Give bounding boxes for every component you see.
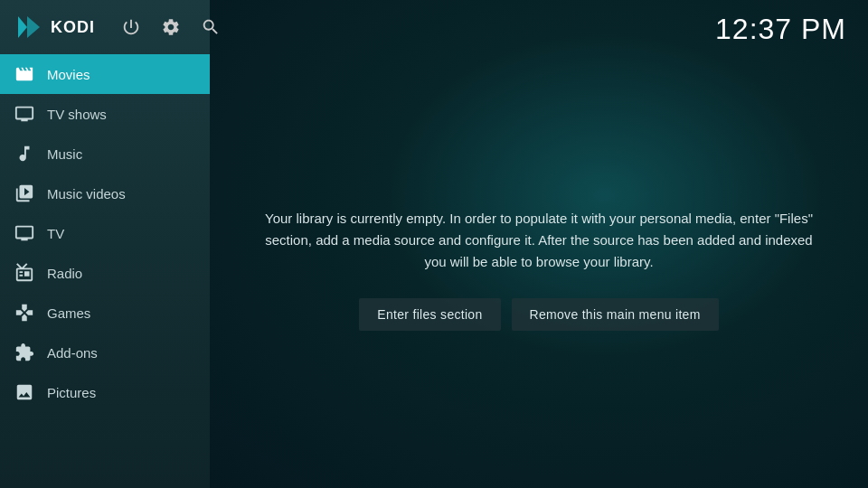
nav-list: Movies TV shows Music M [0,54,210,488]
header-bar: 12:37 PM [210,0,868,51]
sidebar-label-pictures: Pictures [47,385,96,400]
toolbar-icons [120,16,222,38]
clock-display: 12:37 PM [715,13,846,46]
action-buttons: Enter files section Remove this main men… [359,298,718,331]
sidebar: KODI [0,0,210,488]
sidebar-item-tv[interactable]: TV [0,213,210,253]
sidebar-label-tv-shows: TV shows [47,107,107,122]
kodi-logo-icon [14,13,43,42]
power-icon[interactable] [120,16,142,38]
sidebar-label-music-videos: Music videos [47,186,126,202]
search-icon[interactable] [200,16,222,38]
sidebar-item-music-videos[interactable]: Music videos [0,174,210,213]
kodi-logo: KODI [14,13,95,42]
settings-icon[interactable] [160,16,182,38]
svg-marker-1 [27,16,40,38]
sidebar-item-add-ons[interactable]: Add-ons [0,333,210,372]
enter-files-button[interactable]: Enter files section [359,298,500,331]
app-container: KODI [0,0,868,488]
sidebar-label-movies: Movies [47,67,90,82]
sidebar-item-pictures[interactable]: Pictures [0,372,210,412]
movies-icon [14,64,34,84]
music-icon [14,144,34,164]
tv-shows-icon [14,104,34,124]
pictures-icon [14,382,34,402]
toolbar: KODI [0,0,210,54]
tv-icon [14,223,34,243]
games-icon [14,303,34,323]
sidebar-item-tv-shows[interactable]: TV shows [0,94,210,134]
main-content: 12:37 PM Your library is currently empty… [210,0,868,488]
kodi-title-text: KODI [51,18,95,37]
sidebar-label-add-ons: Add-ons [47,345,98,361]
sidebar-label-games: Games [47,305,90,321]
sidebar-item-radio[interactable]: Radio [0,253,210,293]
radio-icon [14,263,34,283]
svg-marker-0 [18,16,27,38]
music-videos-icon [14,183,34,203]
content-area: Your library is currently empty. In orde… [210,51,868,488]
sidebar-label-music: Music [47,146,82,162]
remove-menu-item-button[interactable]: Remove this main menu item [512,298,719,331]
sidebar-label-radio: Radio [47,266,82,281]
sidebar-item-music[interactable]: Music [0,134,210,174]
addons-icon [14,343,34,362]
sidebar-label-tv: TV [47,226,64,241]
empty-library-message: Your library is currently empty. In orde… [264,208,814,273]
sidebar-item-movies[interactable]: Movies [0,54,210,94]
sidebar-item-games[interactable]: Games [0,293,210,333]
